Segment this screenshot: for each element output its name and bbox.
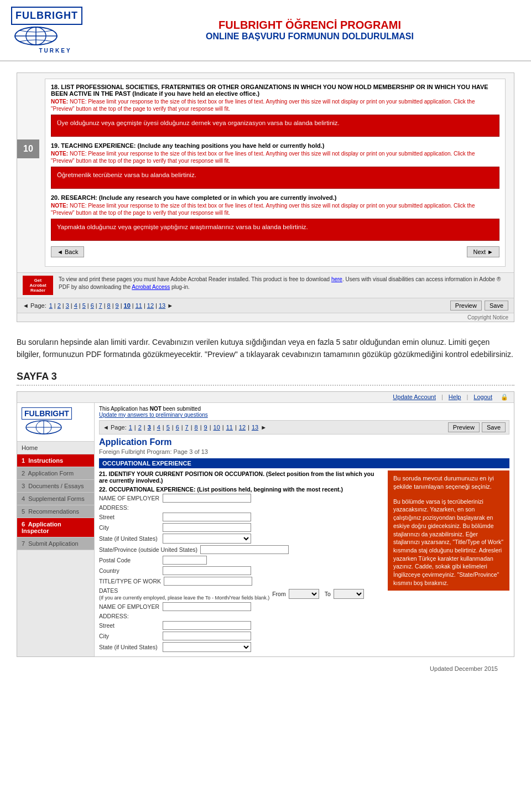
- q21-area: 21. IDENTIFY YOUR CURRENT POSITION OR OC…: [99, 470, 509, 484]
- page-11-link[interactable]: 11: [136, 302, 142, 309]
- q19-answer[interactable]: Öğretmenlik tecrübeniz varsa bu alanda b…: [51, 167, 499, 189]
- p2-page7[interactable]: 7: [185, 424, 189, 431]
- q20-note: NOTE: NOTE: Please limit your response t…: [51, 202, 499, 216]
- page-label: ◄ Page:: [23, 302, 46, 309]
- name-of-employer1-input[interactable]: [163, 494, 251, 503]
- ss-logo-text: FULBRIGHT: [22, 407, 72, 420]
- p2-page12[interactable]: 12: [239, 424, 246, 431]
- ss-globe-icon: [22, 420, 66, 435]
- page-6-link[interactable]: 6: [91, 302, 94, 309]
- page-1-link[interactable]: 1: [49, 302, 53, 309]
- p2-page6[interactable]: 6: [176, 424, 179, 431]
- street2-input[interactable]: [163, 621, 251, 630]
- sidebar-item-docessays[interactable]: 3 Documents / Essays: [17, 480, 94, 493]
- form-subtitle: Foreign Fulbright Program: Page 3 of 13: [99, 448, 509, 455]
- postal1-row: Postal Code: [99, 556, 379, 565]
- sidebar-item-submit[interactable]: 7 Submit Application: [17, 537, 94, 550]
- p2-page2[interactable]: 2: [138, 424, 142, 431]
- preview2-button[interactable]: Preview: [448, 422, 480, 432]
- p2-page4[interactable]: 4: [157, 424, 160, 431]
- to-month-select[interactable]: [334, 589, 364, 599]
- pagination-bar: ◄ Page: 1 | 2 | 3 | 4 | 5 | 6 | 7 | 8 | …: [17, 298, 514, 313]
- logo-area: FULBRIGHT TURKEY: [11, 7, 100, 54]
- street1-row: Street: [99, 513, 379, 521]
- preview-button[interactable]: Preview: [450, 301, 482, 311]
- sidebar-item-instructions[interactable]: 1 Instructions: [17, 454, 94, 467]
- acrobat-here-link[interactable]: here: [331, 276, 342, 282]
- footer: Updated December 2015: [17, 660, 514, 677]
- country1-input[interactable]: [163, 566, 251, 575]
- state-us2-select[interactable]: [163, 642, 251, 652]
- address2-row: ADDRESS:: [99, 613, 509, 619]
- state-us1-select[interactable]: [163, 534, 251, 544]
- next-button[interactable]: Next ►: [467, 246, 499, 257]
- page-links: 1 | 2 | 3 | 4 | 5 | 6 | 7 | 8 | 9 | 10 |…: [49, 302, 173, 309]
- state-us2-row: State (if United States): [99, 642, 509, 652]
- q20-answer[interactable]: Yapmakta olduğunuz veya geçmişte yaptığı…: [51, 219, 499, 241]
- acrobat-bar: Get Acrobat Reader To view and print the…: [17, 272, 514, 298]
- street1-input[interactable]: [163, 513, 251, 521]
- sidebar-item-suppforms[interactable]: 4 Supplemental Forms: [17, 493, 94, 505]
- page-9-link[interactable]: 9: [116, 302, 119, 309]
- pag2-bar: ◄ Page: 1 | 2 | 3 | 4 | 5 | 6 | 7 | 8 |: [99, 420, 509, 435]
- p2-page11[interactable]: 11: [226, 424, 233, 431]
- back-button[interactable]: ◄ Back: [51, 246, 84, 257]
- p2-page1[interactable]: 1: [129, 424, 132, 431]
- page-4-link[interactable]: 4: [74, 302, 77, 309]
- page-8-link[interactable]: 8: [107, 302, 111, 309]
- logout-link[interactable]: Logout: [473, 394, 492, 401]
- city1-input[interactable]: [163, 523, 251, 532]
- pagination-right: Preview Save: [450, 301, 508, 311]
- nav-buttons-row: ◄ Back Next ►: [51, 246, 499, 257]
- screenshot-top: 10 18. LIST PROFESSIONAL SOCIETIES, FRAT…: [17, 73, 514, 322]
- page-13-link[interactable]: 13: [159, 302, 165, 309]
- p2-page3[interactable]: 3: [148, 424, 151, 431]
- callout-q22: Bu bölümde varsa iş tecrübelerinizi yaza…: [388, 494, 509, 591]
- state-us1-row: State (if United States): [99, 534, 379, 544]
- q18-answer[interactable]: Üye olduğunuz veya geçmişte üyesi olduğu…: [51, 115, 499, 137]
- copyright-notice: Copyright Notice: [17, 313, 514, 322]
- p2-page10[interactable]: 10: [214, 424, 220, 431]
- sidebar-item-recommendations[interactable]: 5 Recommendations: [17, 505, 94, 518]
- save-button[interactable]: Save: [485, 301, 508, 311]
- callout-q21: Bu soruda mevcut durumunuzu en iyi şekil…: [388, 470, 509, 495]
- update-account-link[interactable]: Update Account: [393, 394, 436, 401]
- country1-row: Country: [99, 566, 379, 575]
- q20-label: 20. RESEARCH: (Include any research you …: [51, 194, 499, 201]
- update-answers-link[interactable]: Update my answers to preliminary questio…: [99, 412, 208, 418]
- sidebar-item-home[interactable]: Home: [17, 442, 94, 454]
- name-of-employer2-input[interactable]: [163, 602, 251, 611]
- help-link[interactable]: Help: [449, 394, 461, 401]
- p2-page8[interactable]: 8: [195, 424, 198, 431]
- title-work1-input[interactable]: [164, 577, 252, 586]
- state-prov1-row: State/Province (outside United States): [99, 545, 379, 554]
- ss-form-area: This Application has NOT been submitted …: [95, 403, 514, 656]
- employer1-block: NAME OF EMPLOYER ADDRESS: Street City: [99, 494, 509, 601]
- city1-row: City: [99, 523, 379, 532]
- city2-input[interactable]: [163, 632, 251, 640]
- page-7-link[interactable]: 7: [99, 302, 102, 309]
- acrobat-logo: Get Acrobat Reader: [23, 276, 53, 295]
- main-content: 10 18. LIST PROFESSIONAL SOCIETIES, FRAT…: [0, 61, 531, 683]
- page-number-badge: 10: [17, 139, 39, 158]
- state-prov1-input[interactable]: [200, 545, 289, 554]
- p2-page9[interactable]: 9: [204, 424, 207, 431]
- save2-button[interactable]: Save: [482, 422, 506, 432]
- p2-page5[interactable]: 5: [166, 424, 170, 431]
- q18-block: 18. LIST PROFESSIONAL SOCIETIES, FRATERN…: [51, 84, 499, 137]
- page-5-link[interactable]: 5: [82, 302, 86, 309]
- street2-row: Street: [99, 621, 509, 630]
- postal1-input[interactable]: [163, 556, 207, 565]
- form-title: Application Form: [99, 437, 509, 447]
- q18-label: 18. LIST PROFESSIONAL SOCIETIES, FRATERN…: [51, 84, 499, 97]
- from-month-select[interactable]: [289, 589, 319, 599]
- page-12-link[interactable]: 12: [147, 302, 154, 309]
- sidebar-item-inspector[interactable]: 6 Application Inspector: [17, 518, 94, 537]
- acrobat-access-link[interactable]: Acrobat Access: [132, 284, 170, 290]
- name-of-employer2-row: NAME OF EMPLOYER: [99, 602, 509, 611]
- page-10-link[interactable]: 10: [124, 302, 131, 309]
- p2-page13[interactable]: 13: [252, 424, 258, 431]
- page-3-link[interactable]: 3: [66, 302, 69, 309]
- page-2-link[interactable]: 2: [58, 302, 61, 309]
- sidebar-item-appform[interactable]: 2 Application Form: [17, 467, 94, 480]
